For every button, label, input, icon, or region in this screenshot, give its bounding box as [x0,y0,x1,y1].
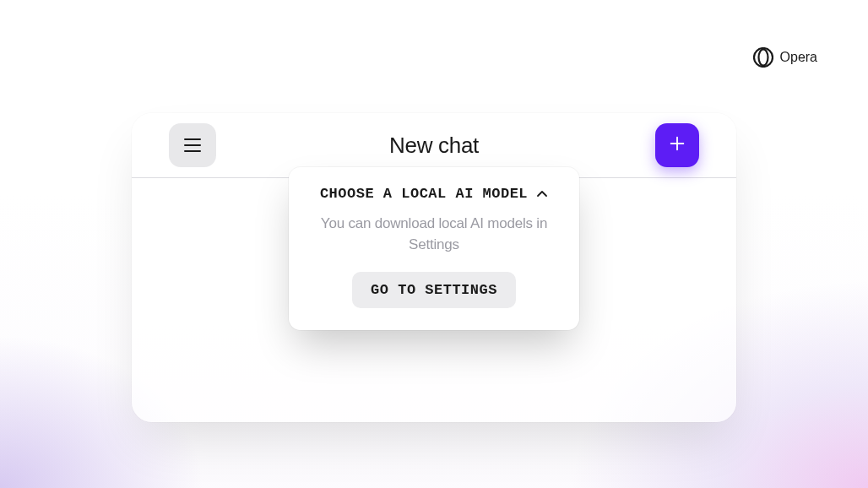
model-selector-dropdown: CHOOSE A LOCAL AI MODEL You can download… [289,167,579,330]
dropdown-header[interactable]: CHOOSE A LOCAL AI MODEL [309,186,559,202]
hamburger-icon [184,138,201,152]
plus-icon [668,134,686,156]
page-title: New chat [389,133,479,159]
dropdown-description: You can download local AI models in Sett… [309,214,559,255]
chevron-up-icon [536,188,548,200]
go-to-settings-button[interactable]: GO TO SETTINGS [352,272,516,308]
new-chat-button[interactable] [655,123,699,167]
svg-point-1 [758,50,768,66]
menu-button[interactable] [169,123,216,167]
svg-point-0 [754,48,773,67]
opera-icon [753,47,773,68]
opera-brand: Opera [753,47,817,68]
opera-brand-text: Opera [780,50,817,65]
dropdown-title: CHOOSE A LOCAL AI MODEL [320,186,528,202]
